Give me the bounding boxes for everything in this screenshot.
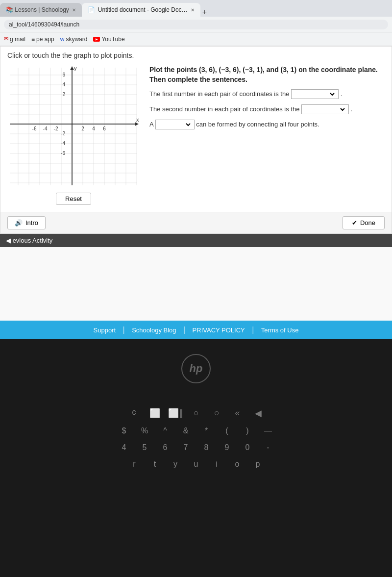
key-9[interactable]: 9 xyxy=(220,443,234,452)
intro-button[interactable]: 🔊 Intro xyxy=(7,216,46,229)
key-u[interactable]: u xyxy=(189,460,203,469)
coordinate-graph[interactable]: 6 4 2 -2 -4 -6 -6 -4 -2 2 4 6 x y xyxy=(7,65,140,188)
problem-title: Plot the points (3, 6), (−3, 6), (−3, 1)… xyxy=(149,65,385,84)
svg-text:4: 4 xyxy=(62,82,65,87)
address-bar-row xyxy=(0,17,392,32)
svg-text:4: 4 xyxy=(92,126,95,131)
dropdown1-container[interactable]: x-coordinate y-coordinate xyxy=(291,89,339,99)
key-r[interactable]: r xyxy=(127,460,142,469)
footer-privacy[interactable]: PRIVACY POLICY xyxy=(193,326,245,334)
bookmark-youtube[interactable]: YouTube xyxy=(93,36,124,43)
activity-footer: 🔊 Intro ✔ Done xyxy=(0,212,392,233)
address-bar[interactable] xyxy=(4,20,388,29)
sentence1-text: The first number in each pair of coordin… xyxy=(149,90,289,98)
dropdown1-select[interactable]: x-coordinate y-coordinate xyxy=(294,90,336,98)
svg-text:-6: -6 xyxy=(32,126,37,131)
sentence2-block: The second number in each pair of coordi… xyxy=(149,104,385,115)
tab-google-doc-close[interactable]: ✕ xyxy=(191,7,195,13)
key-caret[interactable]: ^ xyxy=(158,426,172,435)
bookmark-peapp[interactable]: ≡ pe app xyxy=(31,36,54,43)
reset-btn-row: Reset xyxy=(7,193,140,205)
key-p[interactable]: p xyxy=(250,460,265,469)
svg-text:-4: -4 xyxy=(61,141,65,146)
youtube-icon xyxy=(93,37,100,42)
key-5[interactable]: 5 xyxy=(137,443,152,452)
hp-logo-area: hp xyxy=(0,339,392,398)
key-c[interactable]: c xyxy=(127,408,142,419)
content-area: Click or touch the the graph to plot poi… xyxy=(0,46,392,321)
right-side: Plot the points (3, 6), (−3, 6), (−3, 1)… xyxy=(149,65,385,205)
key-rewind[interactable]: « xyxy=(230,408,245,419)
key-minus[interactable]: - xyxy=(261,443,275,452)
key-lparen[interactable]: ( xyxy=(220,426,234,435)
key-circle2[interactable]: ○ xyxy=(210,408,224,419)
intro-label: Intro xyxy=(25,219,38,226)
svg-text:y: y xyxy=(74,65,77,71)
activity-instruction: Click or touch the the graph to plot poi… xyxy=(7,51,134,59)
site-footer: Support | Schoology Blog | PRIVACY POLIC… xyxy=(0,321,392,339)
key-circle1[interactable]: ○ xyxy=(189,408,204,419)
svg-text:6: 6 xyxy=(62,72,65,77)
keyboard-row1: c ⬜ ⬜‖ ○ ○ « ◀ xyxy=(0,408,392,419)
key-screen[interactable]: ⬜ xyxy=(147,408,162,419)
footer-blog[interactable]: Schoology Blog xyxy=(132,326,176,334)
graph-area[interactable]: 6 4 2 -2 -4 -6 -6 -4 -2 2 4 6 x y xyxy=(7,65,140,205)
key-amp[interactable]: & xyxy=(178,426,193,435)
nav-bar: ◀ evious Activity xyxy=(0,234,392,247)
dropdown3-container[interactable]: rectangle square triangle xyxy=(155,120,195,129)
sep2: | xyxy=(183,326,185,334)
prev-activity-label[interactable]: ◀ evious Activity xyxy=(6,237,52,244)
bookmark-skyward[interactable]: w skyward xyxy=(60,36,88,43)
key-volume[interactable]: ◀ xyxy=(251,408,266,419)
reset-button[interactable]: Reset xyxy=(56,193,91,205)
sentence2-text: The second number in each pair of coordi… xyxy=(149,105,299,113)
peapp-icon: ≡ xyxy=(31,36,35,43)
svg-marker-27 xyxy=(70,66,74,70)
speaker-icon: 🔊 xyxy=(15,219,23,226)
keyboard-area: c ⬜ ⬜‖ ○ ○ « ◀ $ % ^ & * ( ) — 4 5 6 7 8… xyxy=(0,398,392,486)
sentence1-block: The first number in each pair of coordin… xyxy=(149,89,385,100)
svg-text:2: 2 xyxy=(81,126,84,131)
svg-text:-2: -2 xyxy=(61,131,65,136)
dropdown3-select[interactable]: rectangle square triangle xyxy=(158,121,192,128)
sentence3-prefix: A xyxy=(149,121,153,128)
add-tab-button[interactable]: + xyxy=(202,8,207,17)
key-8[interactable]: 8 xyxy=(199,443,214,452)
key-6[interactable]: 6 xyxy=(158,443,172,452)
svg-text:x: x xyxy=(136,117,139,123)
key-0[interactable]: 0 xyxy=(240,443,255,452)
tab-google-doc-label: Untitled document - Google Doc… xyxy=(98,6,188,13)
footer-support[interactable]: Support xyxy=(94,326,116,334)
dropdown2-container[interactable]: x-coordinate y-coordinate xyxy=(301,104,349,114)
key-i[interactable]: i xyxy=(209,460,224,469)
key-y[interactable]: y xyxy=(168,460,183,469)
tab-schoology-close[interactable]: ✕ xyxy=(72,7,76,13)
key-rparen[interactable]: ) xyxy=(240,426,255,435)
svg-text:6: 6 xyxy=(103,126,106,131)
bookmark-peapp-label: pe app xyxy=(36,36,54,43)
svg-text:-2: -2 xyxy=(54,126,58,131)
key-dash[interactable]: — xyxy=(261,426,275,435)
sentence3-suffix: can be formed by connecting all four poi… xyxy=(196,121,319,128)
dropdown2-select[interactable]: x-coordinate y-coordinate xyxy=(304,105,346,113)
bookmark-gmail[interactable]: ✉ g mail xyxy=(4,36,25,43)
key-t[interactable]: t xyxy=(147,460,162,469)
key-4[interactable]: 4 xyxy=(117,443,131,452)
keyboard-row4: r t y u i o p xyxy=(0,460,392,469)
done-button[interactable]: ✔ Done xyxy=(343,216,385,229)
tab-schoology-label: 📚 Lessons | Schoology xyxy=(6,6,69,13)
key-7[interactable]: 7 xyxy=(178,443,193,452)
gmail-icon: ✉ xyxy=(4,36,8,42)
bookmark-youtube-label: YouTube xyxy=(101,36,124,43)
keyboard-row3: 4 5 6 7 8 9 0 - xyxy=(0,443,392,452)
tab-bar: 📚 Lessons | Schoology ✕ 📄 Untitled docum… xyxy=(0,0,392,17)
key-o[interactable]: o xyxy=(230,460,245,469)
key-dollar[interactable]: $ xyxy=(117,426,131,435)
footer-terms[interactable]: Terms of Use xyxy=(261,326,299,334)
tab-schoology[interactable]: 📚 Lessons | Schoology ✕ xyxy=(0,3,82,17)
key-percent[interactable]: % xyxy=(137,426,152,435)
tab-google-doc[interactable]: 📄 Untitled document - Google Doc… ✕ xyxy=(82,3,200,17)
bookmark-skyward-label: skyward xyxy=(66,36,87,43)
key-star[interactable]: * xyxy=(199,426,214,435)
key-multiscreen[interactable]: ⬜‖ xyxy=(168,408,183,419)
